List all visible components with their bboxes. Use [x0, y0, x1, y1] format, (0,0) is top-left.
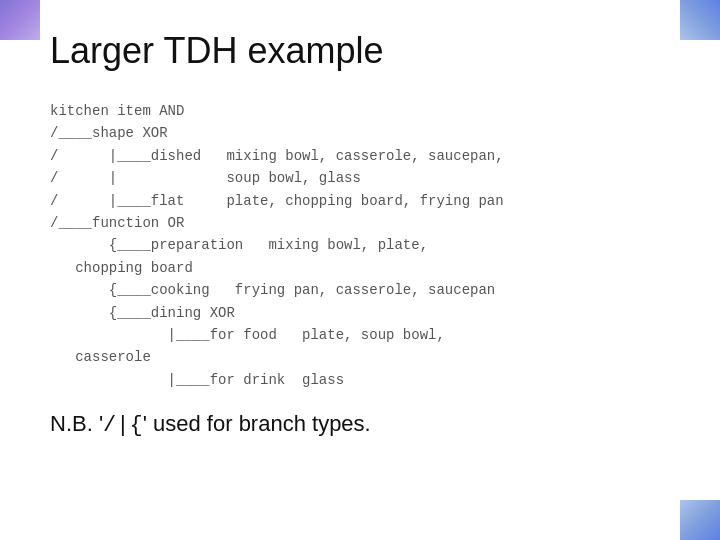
code-line-10: {____dining XOR [50, 305, 235, 321]
corner-decoration-top-right [680, 0, 720, 40]
code-line-6: /____function OR [50, 215, 184, 231]
code-line-11: |____for food plate, soup bowl, [50, 327, 445, 343]
corner-decoration-top-left [0, 0, 40, 40]
code-line-7: {____preparation mixing bowl, plate, [50, 237, 428, 253]
code-line-5: / |____flat plate, chopping board, fryin… [50, 193, 504, 209]
corner-decoration-bottom-right [680, 500, 720, 540]
footnote: N.B. '/|{' used for branch types. [50, 411, 670, 438]
main-content: Larger TDH example kitchen item AND /___… [0, 0, 720, 458]
code-line-3: / |____dished mixing bowl, casserole, sa… [50, 148, 504, 164]
code-line-4: / | soup bowl, glass [50, 170, 361, 186]
code-block: kitchen item AND /____shape XOR / |____d… [50, 100, 670, 391]
code-line-9: {____cooking frying pan, casserole, sauc… [50, 282, 495, 298]
footnote-symbols: /|{ [103, 413, 143, 438]
footnote-nb: N.B. ' [50, 411, 103, 436]
code-line-2: /____shape XOR [50, 125, 168, 141]
code-line-12: casserole [50, 349, 151, 365]
code-line-8: chopping board [50, 260, 193, 276]
code-line-13: |____for drink glass [50, 372, 344, 388]
footnote-text: ' used for branch types. [143, 411, 371, 436]
page-title: Larger TDH example [50, 30, 670, 72]
code-line-1: kitchen item AND [50, 103, 184, 119]
